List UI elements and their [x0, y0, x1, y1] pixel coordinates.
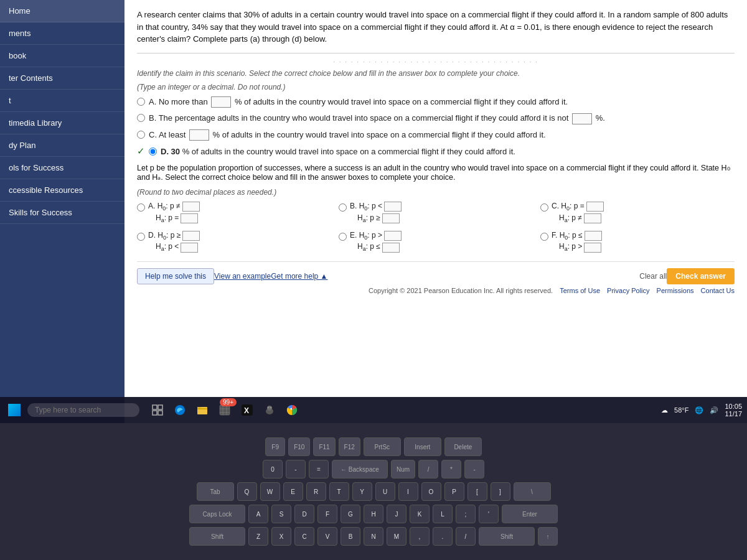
hyp-c-h0-input[interactable]: [586, 202, 604, 212]
key-h[interactable]: H: [364, 505, 383, 523]
key-d[interactable]: D: [294, 505, 314, 523]
key-slash[interactable]: /: [456, 527, 476, 546]
key-g[interactable]: G: [341, 505, 360, 523]
key-n[interactable]: N: [364, 527, 383, 546]
option-a-input[interactable]: [211, 96, 231, 108]
key-c[interactable]: C: [294, 527, 314, 546]
x-app-button[interactable]: X: [238, 401, 256, 419]
key-bracketl[interactable]: [: [467, 482, 487, 501]
hyp-f-ha-input[interactable]: [584, 243, 601, 253]
key-a[interactable]: A: [248, 505, 268, 523]
key-enter[interactable]: Enter: [502, 505, 558, 523]
help-me-solve-button[interactable]: Help me solve this: [137, 268, 214, 284]
key-b[interactable]: B: [341, 527, 360, 546]
key-z[interactable]: Z: [248, 527, 268, 546]
key-s[interactable]: S: [271, 505, 291, 523]
key-backslash[interactable]: \: [514, 482, 551, 501]
task-view-button[interactable]: [148, 401, 167, 419]
key-equals[interactable]: =: [309, 460, 329, 478]
hyp-radio-c[interactable]: [540, 203, 548, 212]
radio-option-a[interactable]: [137, 98, 145, 106]
key-numdiv[interactable]: /: [418, 460, 438, 478]
get-more-help-button[interactable]: Get more help ▲: [271, 272, 327, 281]
edge-browser-button[interactable]: [171, 401, 189, 419]
sidebar-item-home[interactable]: Home: [0, 0, 125, 22]
key-capslock[interactable]: Caps Lock: [189, 505, 245, 523]
key-shift-left[interactable]: Shift: [189, 527, 245, 546]
sidebar-item-skills-for-success[interactable]: Skills for Success: [0, 202, 125, 224]
taskbar-search-input[interactable]: [27, 403, 139, 417]
hyp-a-h0-input[interactable]: [182, 202, 200, 212]
key-0[interactable]: 0: [263, 460, 283, 478]
radio-option-d[interactable]: [149, 147, 157, 156]
key-l[interactable]: L: [433, 505, 453, 523]
key-r[interactable]: R: [306, 482, 326, 501]
option-c-input[interactable]: [189, 129, 209, 141]
animal-app-button[interactable]: [260, 401, 279, 419]
key-i[interactable]: I: [398, 482, 418, 501]
key-backspace[interactable]: ← Backspace: [332, 460, 388, 478]
key-f11[interactable]: F11: [313, 437, 335, 456]
key-numsub[interactable]: -: [464, 460, 484, 478]
file-manager-button[interactable]: [193, 401, 212, 419]
key-tab[interactable]: Tab: [197, 482, 234, 501]
key-delete[interactable]: Delete: [444, 437, 482, 456]
hyp-b-h0-input[interactable]: [384, 202, 402, 212]
key-period[interactable]: .: [433, 527, 453, 546]
key-k[interactable]: K: [410, 505, 430, 523]
permissions-link[interactable]: Permissions: [657, 287, 694, 294]
hyp-radio-e[interactable]: [339, 233, 347, 241]
privacy-policy-link[interactable]: Privacy Policy: [607, 287, 649, 294]
clear-all-button[interactable]: Clear all: [639, 272, 667, 281]
key-t[interactable]: T: [329, 482, 349, 501]
hyp-c-ha-input[interactable]: [584, 213, 601, 223]
key-p[interactable]: P: [444, 482, 464, 501]
chrome-browser-button[interactable]: [283, 401, 301, 419]
view-example-button[interactable]: View an example: [214, 272, 271, 281]
key-o[interactable]: O: [421, 482, 441, 501]
key-w[interactable]: W: [260, 482, 280, 501]
key-f12[interactable]: F12: [339, 437, 360, 456]
start-button[interactable]: [5, 401, 24, 419]
sidebar-item-ter-contents[interactable]: ter Contents: [0, 67, 125, 90]
hyp-f-h0-input[interactable]: [585, 231, 602, 241]
key-quote[interactable]: ': [479, 505, 499, 523]
key-bracketr[interactable]: ]: [491, 482, 510, 501]
contact-us-link[interactable]: Contact Us: [701, 287, 735, 294]
key-v[interactable]: V: [317, 527, 337, 546]
hyp-radio-b[interactable]: [339, 203, 347, 212]
key-e[interactable]: E: [283, 482, 303, 501]
hyp-e-h0-input[interactable]: [384, 231, 402, 241]
key-nummul[interactable]: *: [441, 460, 461, 478]
key-j[interactable]: J: [387, 505, 406, 523]
hyp-e-ha-input[interactable]: [382, 243, 400, 253]
hyp-b-ha-input[interactable]: [382, 213, 400, 223]
key-f10[interactable]: F10: [288, 437, 310, 456]
hyp-d-h0-input[interactable]: [182, 231, 200, 241]
check-answer-button[interactable]: Check answer: [667, 268, 735, 284]
radio-option-b[interactable]: [137, 114, 145, 122]
sidebar-item-book[interactable]: book: [0, 45, 125, 67]
key-y[interactable]: Y: [352, 482, 372, 501]
hyp-radio-a[interactable]: [137, 203, 145, 212]
sidebar-item-dy-plan[interactable]: dy Plan: [0, 134, 125, 157]
hyp-a-ha-input[interactable]: [181, 213, 198, 223]
key-prtsc[interactable]: PrtSc: [364, 437, 401, 456]
key-semicolon[interactable]: ;: [456, 505, 476, 523]
sidebar-item-t[interactable]: t: [0, 90, 125, 112]
sidebar-item-ccessible-resources[interactable]: ccessible Resources: [0, 179, 125, 202]
sidebar-item-timedia-library[interactable]: timedia Library: [0, 112, 125, 134]
sidebar-item-ols-for-success[interactable]: ols for Success: [0, 157, 125, 179]
radio-option-c[interactable]: [137, 131, 145, 139]
key-q[interactable]: Q: [237, 482, 257, 501]
calendar-button[interactable]: 99+: [215, 401, 234, 419]
key-insert[interactable]: Insert: [404, 437, 441, 456]
hyp-radio-d[interactable]: [137, 233, 145, 241]
key-u[interactable]: U: [375, 482, 395, 501]
key-shift-right[interactable]: Shift: [479, 527, 535, 546]
terms-of-use-link[interactable]: Terms of Use: [560, 287, 600, 294]
key-x[interactable]: X: [271, 527, 291, 546]
option-b-input[interactable]: [572, 113, 592, 124]
key-f[interactable]: F: [317, 505, 337, 523]
key-numlock[interactable]: Num: [391, 460, 415, 478]
